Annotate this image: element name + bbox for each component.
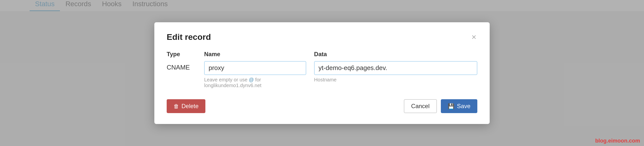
name-input[interactable] xyxy=(204,61,306,75)
save-button[interactable]: Save xyxy=(441,99,477,113)
hint-prefix: Leave empty or use xyxy=(204,77,248,82)
name-label: Name xyxy=(204,51,306,58)
at-symbol: @ xyxy=(249,77,254,82)
footer-right-actions: Cancel Save xyxy=(404,99,477,113)
modal-title: Edit record xyxy=(167,32,211,42)
name-field-group: Name Leave empty or use @ for longlikund… xyxy=(204,51,306,88)
cancel-button[interactable]: Cancel xyxy=(404,99,437,113)
hostname-hint: Hostname xyxy=(314,77,477,83)
data-field-group: Data Hostname xyxy=(314,51,477,83)
save-label: Save xyxy=(457,103,470,110)
data-label: Data xyxy=(314,51,477,58)
form-row: Type CNAME Name Leave empty or use @ for… xyxy=(167,51,477,88)
type-value: CNAME xyxy=(167,61,196,71)
close-button[interactable]: × xyxy=(470,33,477,41)
save-icon xyxy=(448,103,454,110)
edit-record-modal: Edit record × Type CNAME Name Leave empt… xyxy=(154,22,490,124)
trash-icon xyxy=(174,103,179,110)
watermark: blog.eimoon.com xyxy=(595,137,640,144)
modal-header: Edit record × xyxy=(167,32,477,42)
delete-button[interactable]: Delete xyxy=(167,99,206,113)
modal-overlay: Edit record × Type CNAME Name Leave empt… xyxy=(0,0,644,146)
delete-label: Delete xyxy=(182,103,198,110)
type-field-group: Type CNAME xyxy=(167,51,196,71)
data-input[interactable] xyxy=(314,61,477,75)
modal-footer: Delete Cancel Save xyxy=(167,99,477,113)
type-label: Type xyxy=(167,51,196,58)
name-hint: Leave empty or use @ for longlikundemo1.… xyxy=(204,77,306,88)
